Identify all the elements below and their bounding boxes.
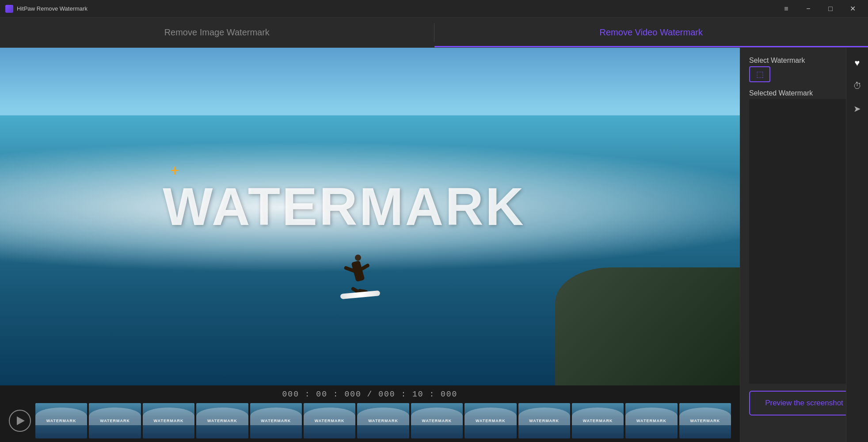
tab-video-label: Remove Video Watermark xyxy=(600,27,703,38)
preview-screenshot-button[interactable]: Preview the screenshot xyxy=(749,391,859,415)
thumbnail-5[interactable]: WATERMARK xyxy=(304,403,355,438)
video-panel: WATERMARK + 000 : 00 : 000 / 000 : 10 : … xyxy=(0,48,740,442)
thumb-label-5: WATERMARK xyxy=(315,419,345,423)
minimize-button[interactable]: − xyxy=(798,2,819,15)
thumbnail-9[interactable]: WATERMARK xyxy=(518,403,570,438)
surfer xyxy=(340,252,376,301)
thumb-label-11: WATERMARK xyxy=(636,419,666,423)
select-tool-icon: ⬚ xyxy=(756,69,764,79)
titlebar-controls: ≡ − □ ✕ xyxy=(776,2,863,15)
thumbnail-1[interactable]: WATERMARK xyxy=(89,403,141,438)
thumb-label-8: WATERMARK xyxy=(476,419,506,423)
titlebar-left: HitPaw Remove Watermark xyxy=(5,5,88,13)
video-background: WATERMARK + xyxy=(0,48,740,385)
app-logo xyxy=(5,5,13,13)
thumb-label-0: WATERMARK xyxy=(46,419,76,423)
play-button[interactable] xyxy=(9,410,31,432)
tab-image-label: Remove Image Watermark xyxy=(164,27,270,38)
right-panel: Select Watermark ⬚ Selected Watermark Pr… xyxy=(740,48,868,442)
heart-icon[interactable]: ♥ xyxy=(849,55,865,71)
timeline: WATERMARKWATERMARKWATERMARKWATERMARKWATE… xyxy=(0,403,740,438)
thumb-label-2: WATERMARK xyxy=(154,419,184,423)
land-right xyxy=(555,267,740,385)
tab-image-watermark[interactable]: Remove Image Watermark xyxy=(0,18,434,47)
thumbnail-7[interactable]: WATERMARK xyxy=(411,403,463,438)
thumbnail-8[interactable]: WATERMARK xyxy=(464,403,516,438)
thumbnail-0[interactable]: WATERMARK xyxy=(35,403,87,438)
video-container[interactable]: WATERMARK + xyxy=(0,48,740,385)
selected-watermark-section: Selected Watermark xyxy=(749,89,859,384)
timecode-display: 000 : 00 : 000 / 000 : 10 : 000 xyxy=(282,390,458,399)
select-watermark-section: Select Watermark ⬚ xyxy=(749,57,859,82)
thumb-label-3: WATERMARK xyxy=(207,419,237,423)
thumb-label-1: WATERMARK xyxy=(100,419,130,423)
menu-button[interactable]: ≡ xyxy=(776,2,796,15)
select-tool-button[interactable]: ⬚ xyxy=(749,66,770,82)
thumbnail-4[interactable]: WATERMARK xyxy=(250,403,302,438)
thumb-label-6: WATERMARK xyxy=(368,419,398,423)
thumbnail-12[interactable]: WATERMARK xyxy=(679,403,731,438)
thumbnail-10[interactable]: WATERMARK xyxy=(572,403,624,438)
select-watermark-label: Select Watermark xyxy=(749,57,859,65)
thumbnail-6[interactable]: WATERMARK xyxy=(357,403,409,438)
sidebar-icons: ♥ ⏱ ➤ xyxy=(846,48,868,442)
thumbnail-2[interactable]: WATERMARK xyxy=(143,403,194,438)
main-content: WATERMARK + 000 : 00 : 000 / 000 : 10 : … xyxy=(0,48,868,442)
thumb-label-4: WATERMARK xyxy=(261,419,291,423)
app-title: HitPaw Remove Watermark xyxy=(17,5,88,12)
titlebar: HitPaw Remove Watermark ≡ − □ ✕ xyxy=(0,0,868,18)
tabbar: Remove Image Watermark Remove Video Wate… xyxy=(0,18,868,48)
close-button[interactable]: ✕ xyxy=(842,2,863,15)
selected-watermark-label: Selected Watermark xyxy=(749,89,859,97)
thumb-label-12: WATERMARK xyxy=(690,419,720,423)
thumbnail-3[interactable]: WATERMARK xyxy=(196,403,248,438)
history-icon[interactable]: ⏱ xyxy=(849,78,865,94)
maximize-button[interactable]: □ xyxy=(820,2,841,15)
send-icon[interactable]: ➤ xyxy=(849,101,865,117)
thumbnails-strip: WATERMARKWATERMARKWATERMARKWATERMARKWATE… xyxy=(35,403,731,438)
surfer-board xyxy=(340,290,381,299)
video-controls: 000 : 00 : 000 / 000 : 10 : 000 WATERMAR… xyxy=(0,385,740,442)
thumb-label-10: WATERMARK xyxy=(583,419,613,423)
thumb-label-9: WATERMARK xyxy=(529,419,559,423)
thumbnail-11[interactable]: WATERMARK xyxy=(625,403,677,438)
thumb-label-7: WATERMARK xyxy=(422,419,452,423)
selected-watermark-preview xyxy=(749,99,859,384)
surfer-head xyxy=(355,255,361,261)
tab-video-watermark[interactable]: Remove Video Watermark xyxy=(434,18,868,47)
